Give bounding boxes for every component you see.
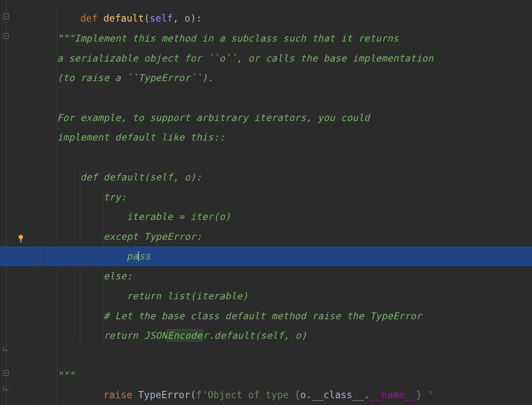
fold-marker-icon[interactable] xyxy=(3,14,9,19)
comma: , xyxy=(173,13,184,24)
docstring-text: r.default(self, o) xyxy=(203,330,307,341)
docstring-text: ss xyxy=(139,250,150,262)
gutter xyxy=(0,0,13,405)
magic-name: __name__ xyxy=(370,389,416,400)
docstring-text: """Implement this method in a subclass s… xyxy=(13,33,399,44)
string-literal: ' xyxy=(422,389,433,400)
code-line[interactable]: For example, to support arbitrary iterat… xyxy=(13,107,532,127)
fold-marker-icon[interactable] xyxy=(3,33,9,39)
fold-end-icon xyxy=(3,386,9,390)
param-self: self xyxy=(150,13,173,24)
code-line[interactable]: def default(self, o): xyxy=(13,167,532,187)
code-line[interactable]: try: xyxy=(13,187,532,207)
code-line[interactable] xyxy=(13,88,532,108)
docstring-text: For example, to support arbitrary iterat… xyxy=(13,112,370,123)
docstring-text: a serializable object for ``o``, or call… xyxy=(13,53,433,64)
code-line[interactable]: a serializable object for ``o``, or call… xyxy=(13,48,532,68)
code-line[interactable]: iterable = iter(o) xyxy=(13,207,532,227)
docstring-text: return JSON xyxy=(34,330,167,341)
code-line-active[interactable]: pass xyxy=(0,246,532,266)
fold-end-icon xyxy=(3,347,9,351)
code-line[interactable] xyxy=(13,346,532,366)
docstring-text: (to raise a ``TypeError``). xyxy=(13,72,213,83)
paren-close: ): xyxy=(190,13,202,24)
docstring-text: def default(self, o): xyxy=(13,172,202,183)
docstring-text: iterable = iter(o) xyxy=(13,211,231,222)
code-line[interactable]: except TypeError: xyxy=(13,227,532,247)
search-highlight: Encode xyxy=(167,329,203,341)
docstring-text: pa xyxy=(34,250,138,262)
code-editor[interactable]: def default(self, o): """Implement this … xyxy=(0,0,532,405)
dot: . xyxy=(364,389,370,400)
text-cursor xyxy=(138,251,139,262)
docstring-text: implement default like this:: xyxy=(13,132,225,143)
docstring-text: return list(iterable) xyxy=(13,290,248,301)
code-area[interactable]: def default(self, o): """Implement this … xyxy=(13,0,532,405)
keyword-def: def xyxy=(80,13,104,24)
docstring-text: # Let the base class default method rais… xyxy=(13,310,422,321)
code-line[interactable]: return list(iterable) xyxy=(13,286,532,306)
brace-close: } xyxy=(416,389,422,400)
param-o: o xyxy=(184,13,190,24)
code-line[interactable]: # Let the base class default method rais… xyxy=(13,306,532,326)
paren-open: ( xyxy=(144,13,150,24)
code-line[interactable] xyxy=(13,147,532,167)
docstring-text: except TypeError: xyxy=(13,231,202,242)
code-line[interactable]: (to raise a ``TypeError``). xyxy=(13,68,532,88)
code-line[interactable]: def default(self, o): xyxy=(13,8,532,28)
function-name: default xyxy=(104,13,144,24)
code-line[interactable]: return JSONEncoder.default(self, o) xyxy=(13,326,532,346)
code-line[interactable]: implement default like this:: xyxy=(13,127,532,147)
code-line[interactable]: else: xyxy=(13,266,532,286)
docstring-text: try: xyxy=(13,191,127,202)
fold-marker-icon[interactable] xyxy=(3,370,9,376)
docstring-text: else: xyxy=(13,270,133,281)
